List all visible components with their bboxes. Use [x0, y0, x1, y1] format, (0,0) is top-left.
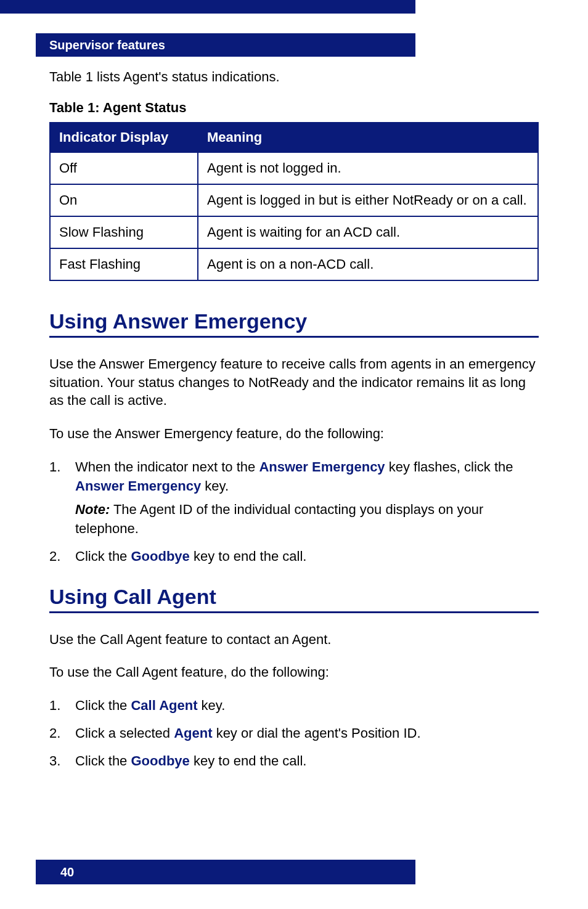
intro-paragraph: Table 1 lists Agent's status indications… [49, 69, 539, 85]
heading-underline [49, 611, 539, 613]
table-cell-indicator: Off [50, 152, 198, 184]
paragraph: To use the Call Agent feature, do the fo… [49, 663, 539, 682]
note-text: The Agent ID of the individual contactin… [75, 502, 483, 536]
table-cell-indicator: On [50, 184, 198, 216]
document-page: Supervisor features Table 1 lists Agent'… [0, 0, 588, 909]
step-text: key. [201, 478, 229, 494]
keyword-agent: Agent [174, 725, 212, 741]
list-item: When the indicator next to the Answer Em… [49, 458, 539, 539]
step-text: Click a selected [75, 725, 174, 741]
table-cell-meaning: Agent is waiting for an ACD call. [198, 216, 538, 248]
paragraph: To use the Answer Emergency feature, do … [49, 425, 539, 443]
keyword-answer-emergency: Answer Emergency [259, 459, 385, 475]
heading-underline [49, 336, 539, 338]
step-text: key flashes, click the [385, 459, 513, 475]
table-header-row: Indicator Display Meaning [50, 123, 538, 152]
keyword-call-agent: Call Agent [131, 698, 197, 713]
page-number: 40 [60, 865, 74, 879]
step-text: key. [197, 698, 225, 713]
page-footer: 40 [36, 860, 415, 884]
step-text: key or dial the agent's Position ID. [213, 725, 421, 741]
table-cell-indicator: Fast Flashing [50, 248, 198, 280]
keyword-goodbye: Goodbye [131, 753, 189, 768]
list-item: Click the Goodbye key to end the call. [49, 547, 539, 566]
content-area: Table 1 lists Agent's status indications… [49, 69, 539, 789]
list-item: Click the Call Agent key. [49, 696, 539, 715]
table-header-meaning: Meaning [198, 123, 538, 152]
keyword-goodbye: Goodbye [131, 548, 189, 564]
heading-answer-emergency: Using Answer Emergency [49, 309, 539, 333]
step-text: key to end the call. [190, 548, 307, 564]
top-strip [0, 0, 415, 14]
table-cell-meaning: Agent is on a non-ACD call. [198, 248, 538, 280]
step-text: Click the [75, 753, 131, 768]
note-block: Note: The Agent ID of the individual con… [75, 500, 539, 539]
heading-call-agent: Using Call Agent [49, 585, 539, 609]
step-text: key to end the call. [190, 753, 307, 768]
section-header: Supervisor features [36, 33, 415, 57]
paragraph: Use the Answer Emergency feature to rece… [49, 355, 539, 410]
step-text: Click the [75, 548, 131, 564]
table-cell-meaning: Agent is logged in but is either NotRead… [198, 184, 538, 216]
table-header-indicator: Indicator Display [50, 123, 198, 152]
section-header-text: Supervisor features [49, 38, 165, 52]
table-caption: Table 1: Agent Status [49, 100, 539, 116]
table-row: Slow Flashing Agent is waiting for an AC… [50, 216, 538, 248]
note-label: Note: [75, 502, 110, 517]
table-row: Fast Flashing Agent is on a non-ACD call… [50, 248, 538, 280]
steps-list-answer-emergency: When the indicator next to the Answer Em… [49, 458, 539, 566]
list-item: Click a selected Agent key or dial the a… [49, 724, 539, 743]
table-cell-meaning: Agent is not logged in. [198, 152, 538, 184]
steps-list-call-agent: Click the Call Agent key. Click a select… [49, 696, 539, 770]
step-text: When the indicator next to the [75, 459, 259, 475]
agent-status-table: Indicator Display Meaning Off Agent is n… [49, 122, 539, 281]
paragraph: Use the Call Agent feature to contact an… [49, 630, 539, 649]
list-item: Click the Goodbye key to end the call. [49, 752, 539, 771]
step-text: Click the [75, 698, 131, 713]
table-row: On Agent is logged in but is either NotR… [50, 184, 538, 216]
table-row: Off Agent is not logged in. [50, 152, 538, 184]
keyword-answer-emergency: Answer Emergency [75, 478, 201, 494]
table-cell-indicator: Slow Flashing [50, 216, 198, 248]
